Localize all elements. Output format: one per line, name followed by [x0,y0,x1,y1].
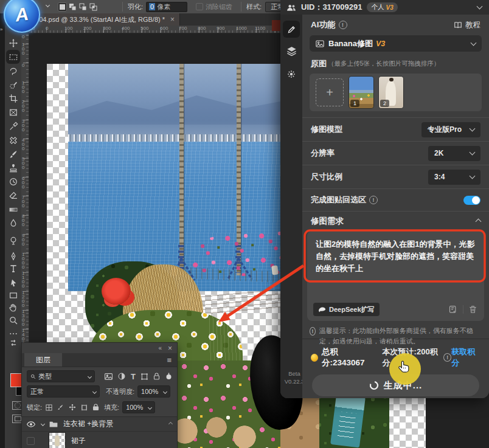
lock-position-icon[interactable] [69,404,76,411]
source-thumbnail-2[interactable]: 2 [379,77,403,108]
eyedropper-tool[interactable] [8,121,18,131]
quick-select-tool[interactable] [8,80,18,90]
aspect-ratio-select[interactable]: 3:4 [428,170,480,185]
type-tool[interactable] [8,263,18,274]
path-select-tool[interactable] [8,278,18,288]
swap-colors-icon[interactable] [9,339,18,346]
account-badge[interactable]: 个人 V3 [367,2,397,12]
info-icon[interactable]: ! [369,196,378,204]
uid-text: UID：317009291 [301,2,362,13]
prompt-label: 修图需求 [311,216,344,227]
lock-transparency-icon[interactable] [46,404,52,411]
dodge-tool[interactable] [8,235,18,246]
ruler-label: 8 0 0 [22,214,24,227]
close-tab-icon[interactable]: × [170,15,175,24]
chevron-down-icon[interactable] [477,4,483,10]
move-tool[interactable] [8,38,18,48]
crop-tool[interactable] [8,93,18,103]
lock-artboard-icon[interactable] [81,404,88,411]
shape-tool[interactable] [8,290,18,300]
resolution-select[interactable]: 2K [428,146,480,161]
feather-input[interactable]: 0 像素 [146,2,187,12]
marquee-tool[interactable] [8,52,18,62]
add-selection-icon[interactable] [68,2,77,12]
get-points-link[interactable]: 获取积分 [451,346,480,368]
source-thumbnail-1[interactable]: 1 [349,77,373,108]
layers-tab[interactable]: 图层 [24,353,62,367]
hand-tool[interactable] [8,302,18,312]
generate-button[interactable]: 生成中... [312,374,479,396]
stamp-tool[interactable] [8,163,18,173]
lock-pixels-icon[interactable] [57,404,64,411]
filter-shape-icon[interactable] [141,373,148,380]
filter-type-text-icon[interactable]: T [131,372,136,381]
collapse-panel-icon[interactable]: « [158,345,162,351]
ruler-label: 0 [22,35,24,39]
ruler-label: 4 0 0 [22,138,24,151]
chevron-up-icon[interactable] [476,218,482,224]
ai-function-row: AI功能 ! 教程 [302,15,489,35]
tutorial-link[interactable]: 教程 [454,20,480,30]
subtract-selection-icon[interactable] [78,2,88,12]
pen-tool[interactable] [8,251,18,261]
antialias-checkbox[interactable]: 消除锯齿 [196,2,232,12]
ruler-label: 100 [64,26,72,31]
expand-panel-icon[interactable]: » [0,27,2,32]
brush-tool[interactable] [8,149,18,159]
sidebar-layers-tab[interactable] [280,46,302,56]
mode-select-dropdown[interactable]: Banana修图 V3 [310,35,482,52]
blend-mode-select[interactable]: 正常 [27,385,100,398]
close-panel-icon[interactable]: × [168,344,172,353]
intersect-selection-icon[interactable] [89,2,98,12]
source-images-row: 原图 （最多上传5张，长按图片可拖拽排序） [302,58,489,70]
visibility-empty-icon[interactable] [27,437,35,445]
add-image-button[interactable]: + [316,78,344,106]
eraser-tool[interactable] [8,190,18,201]
opacity-input[interactable]: 100% [137,385,170,398]
info-icon[interactable]: ! [443,353,451,362]
filter-adjustment-icon[interactable] [118,373,125,380]
scroll-up-icon[interactable] [168,422,173,426]
pencil-icon [287,25,296,34]
fill-input[interactable]: 100% [122,401,155,413]
prompt-textarea[interactable]: 让图2的模特自然的融入在图1的背景中，光影自然，去掉模特手机对脸部的遮挡，笑容甜… [307,231,484,275]
info-icon[interactable]: ! [339,21,347,29]
zoom-tool[interactable] [8,315,18,325]
filter-smart-object-icon[interactable] [153,373,160,380]
paste-back-toggle[interactable] [463,196,480,205]
sidebar-settings-tab[interactable] [280,69,302,79]
divider [241,2,241,12]
filter-image-icon[interactable] [105,373,113,380]
aspect-ratio-label: 尺寸比例 [311,171,342,182]
blur-tool[interactable] [8,218,18,228]
lasso-tool[interactable] [8,66,18,76]
new-selection-icon[interactable] [58,2,67,12]
ruler-label: 800 [198,26,206,31]
startai-plugin-panel: UID：317009291 个人 V3 Beta V0.22.3 AI功能 ! [280,0,489,398]
model-select[interactable]: 专业版Pro [421,122,480,137]
gradient-tool[interactable] [8,204,18,215]
filter-type-select[interactable]: 类型 [27,370,95,382]
history-brush-tool[interactable] [8,176,18,187]
more-tool[interactable] [8,328,18,339]
trash-icon[interactable] [469,305,477,314]
aspect-ratio-value: 3:4 [434,173,445,181]
layer-group-row[interactable]: 连衣裙 +换背景 [22,417,177,432]
lock-all-icon[interactable] [92,404,99,411]
visibility-eye-icon[interactable] [27,421,35,427]
prompt-template-icon[interactable] [448,305,457,314]
group-expand-icon[interactable] [41,422,45,426]
ruler-label: 0 [46,26,48,31]
sidebar-edit-tab[interactable] [283,21,300,38]
spinner-icon [369,381,379,390]
healing-tool[interactable] [8,135,18,145]
chevron-down-icon [470,150,476,156]
layer-row[interactable]: 裙子 [22,432,177,448]
layer-thumbnail[interactable] [49,433,65,448]
panel-menu-icon[interactable]: ≡ [167,356,172,365]
document-tab[interactable]: 0304.psd @ 33.3% (StartAI AI生成, RGB/8) *… [27,13,180,26]
deepseek-expand-button[interactable]: DeepSeek扩写 [313,303,380,316]
filter-fill-icon[interactable] [165,373,172,380]
frame-tool[interactable] [8,107,18,117]
model-label: 修图模型 [311,124,342,135]
